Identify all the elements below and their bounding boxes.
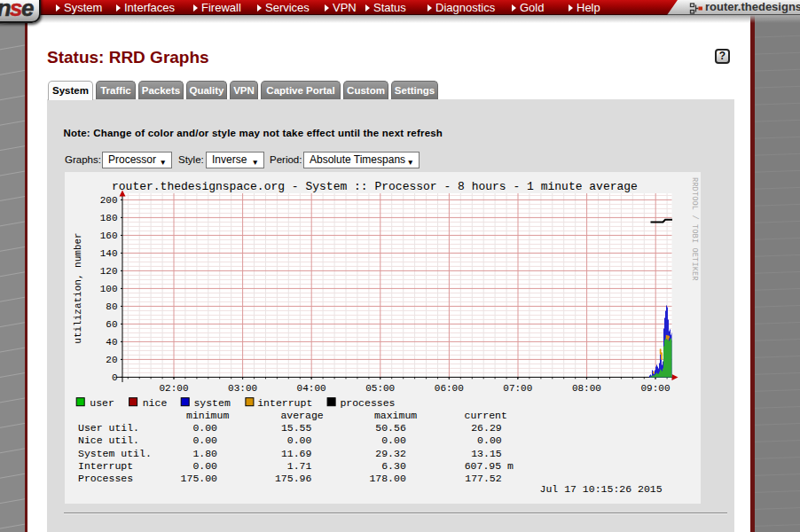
- svg-text:interrupt: interrupt: [257, 397, 312, 409]
- svg-text:607.95 m: 607.95 m: [465, 460, 514, 472]
- svg-text:09:00: 09:00: [640, 383, 670, 394]
- svg-text:175.00: 175.00: [181, 473, 218, 484]
- svg-text:11.69: 11.69: [281, 448, 312, 459]
- svg-text:07:00: 07:00: [503, 383, 532, 394]
- svg-text:system: system: [193, 397, 231, 409]
- svg-text:140: 140: [100, 248, 118, 259]
- svg-text:Nice util.: Nice util.: [78, 434, 139, 446]
- svg-text:0.00: 0.00: [477, 434, 502, 446]
- svg-text:50.56: 50.56: [375, 422, 406, 434]
- svg-text:175.96: 175.96: [275, 473, 312, 484]
- svg-text:08:00: 08:00: [572, 383, 601, 394]
- svg-text:02:00: 02:00: [159, 383, 188, 394]
- svg-text:13.15: 13.15: [471, 448, 502, 459]
- svg-text:177.52: 177.52: [465, 473, 502, 484]
- svg-text:router.thedesignspace.org - Sy: router.thedesignspace.org - System :: Pr…: [112, 180, 638, 193]
- svg-text:user: user: [90, 397, 114, 409]
- svg-text:RRDTOOL / TOBI OETIKER: RRDTOOL / TOBI OETIKER: [690, 177, 699, 281]
- svg-text:0.00: 0.00: [192, 434, 217, 446]
- svg-text:100: 100: [100, 284, 118, 294]
- svg-text:180: 180: [100, 213, 118, 223]
- svg-text:1.71: 1.71: [287, 460, 312, 472]
- svg-text:utilization, number: utilization, number: [73, 232, 83, 343]
- svg-text:120: 120: [100, 266, 118, 277]
- svg-text:0.00: 0.00: [381, 434, 406, 446]
- svg-text:Interrupt: Interrupt: [78, 460, 133, 472]
- svg-text:80: 80: [106, 301, 117, 312]
- svg-text:40: 40: [106, 337, 117, 348]
- svg-text:6.30: 6.30: [381, 460, 406, 472]
- svg-text:04:00: 04:00: [297, 383, 326, 394]
- svg-text:Jul 17 10:15:26 2015: Jul 17 10:15:26 2015: [540, 483, 663, 495]
- svg-text:0.00: 0.00: [192, 460, 217, 472]
- svg-text:current: current: [465, 410, 507, 421]
- svg-text:0.00: 0.00: [192, 422, 217, 434]
- svg-text:26.29: 26.29: [471, 422, 502, 434]
- svg-text:minimum: minimum: [186, 410, 229, 421]
- svg-text:User util.: User util.: [78, 422, 139, 434]
- svg-text:29.32: 29.32: [375, 448, 406, 459]
- svg-text:20: 20: [106, 355, 117, 365]
- svg-text:maximum: maximum: [374, 410, 417, 421]
- svg-text:200: 200: [100, 195, 118, 206]
- svg-text:average: average: [280, 410, 323, 421]
- svg-text:0.00: 0.00: [287, 434, 312, 446]
- svg-text:60: 60: [106, 319, 117, 330]
- svg-text:160: 160: [100, 231, 118, 241]
- svg-text:178.00: 178.00: [369, 473, 406, 484]
- svg-text:Processes: Processes: [78, 473, 133, 484]
- svg-text:15.55: 15.55: [281, 422, 312, 434]
- svg-text:03:00: 03:00: [228, 383, 257, 394]
- svg-text:05:00: 05:00: [365, 383, 395, 394]
- svg-text:System util.: System util.: [78, 448, 152, 459]
- svg-text:1.80: 1.80: [192, 448, 217, 459]
- svg-text:nice: nice: [143, 397, 168, 409]
- svg-text:processes: processes: [340, 397, 395, 409]
- svg-text:06:00: 06:00: [435, 383, 464, 394]
